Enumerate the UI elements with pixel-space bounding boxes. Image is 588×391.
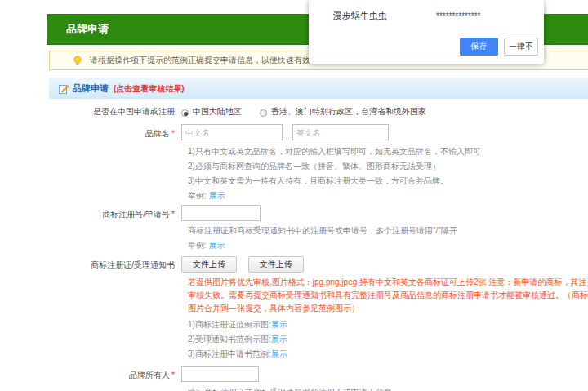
save-button[interactable]: 保存 xyxy=(460,38,498,56)
radio-unselected-icon[interactable] xyxy=(260,109,267,117)
brand-application-form: 是否在中国申请或注册 中国大陆地区 香港、澳门特别行政区，台湾省和境外国家 品牌… xyxy=(49,99,588,391)
page: 品牌申请 请根据操作项下提示的范例正确提交申请信息，以便快速有效的完成申请。速实… xyxy=(0,0,588,391)
region-row: 是否在中国申请或注册 中国大陆地区 香港、澳门特别行政区，台湾省和境外国家 xyxy=(49,105,588,118)
cert-example-link[interactable]: 展示 xyxy=(271,320,287,329)
save-password-popup: 漫步蜗牛虫虫 ************** 保存 一律不 xyxy=(309,0,544,64)
brand-name-row: 品牌名* xyxy=(49,124,588,140)
brand-name-example: 举例: 展示 xyxy=(188,189,588,203)
reg-number-label: 商标注册号/申请号* xyxy=(49,205,181,220)
brand-owner-label: 品牌所有人* xyxy=(49,366,181,381)
region-label: 是否在中国申请或注册 xyxy=(49,105,181,118)
warning-line: 图片合并到一张提交，具体内容参见范例图示） xyxy=(188,302,588,315)
bulb-icon xyxy=(73,56,82,66)
tip-line: 商标注册证和商标受理通知书中的注册号或申请号，多个注册号请用"/"隔开 xyxy=(188,224,588,238)
tip-line: 3)中文和英文需为一持有人持有，且商标注册大类一致，方可合并品牌。 xyxy=(188,174,588,189)
tip-line: 2)必须与商标网查询的品牌名一致（拼音、繁体、图形商标无法受理） xyxy=(188,159,588,174)
warning-line: 审核失败。需要再提交商标受理通知书和具有完整注册号及商品信息的商标注册申请书才能… xyxy=(188,289,588,302)
acceptance-example-link[interactable]: 展示 xyxy=(271,335,287,344)
cert-upload-label: 商标注册证/受理通知书 xyxy=(49,256,181,271)
section-header: 品牌申请 (点击查看审核结果) xyxy=(49,78,588,99)
reg-number-row: 商标注册号/申请号* xyxy=(49,205,588,221)
application-example-link[interactable]: 展示 xyxy=(271,349,287,358)
reg-number-input[interactable] xyxy=(181,205,261,221)
radio-selected-icon[interactable] xyxy=(181,109,189,117)
tip-line: 填写商标注册证或商标受理通知书的注册人或申请人信息 xyxy=(188,385,588,391)
reg-number-example: 举例: 展示 xyxy=(188,238,588,253)
radio-overseas-label: 香港、澳门特别行政区，台湾省和境外国家 xyxy=(271,106,426,118)
cert-upload-row: 商标注册证/受理通知书 文件上传 文件上传 xyxy=(49,256,588,273)
brand-name-en-input[interactable] xyxy=(292,124,389,140)
file-upload-button[interactable]: 文件上传 xyxy=(181,256,237,273)
brand-name-tips: 1)只有中文或英文品牌名，对应的输入框填写即可，如无英文品牌名，不输入即可 2)… xyxy=(188,144,588,203)
never-button[interactable]: 一律不 xyxy=(504,38,538,56)
section-title[interactable]: 品牌申请 xyxy=(73,82,109,95)
edit-icon xyxy=(59,84,69,94)
tip-line: 1)只有中文或英文品牌名，对应的输入框填写即可，如无英文品牌名，不输入即可 xyxy=(188,144,588,159)
popup-password-masked: ************** xyxy=(436,11,480,20)
radio-overseas[interactable]: 香港、澳门特别行政区，台湾省和境外国家 xyxy=(260,106,426,118)
warning-line: 若提供图片将优先审核,图片格式：jpg,png,jpeg 持有中文和英文各商标证… xyxy=(188,276,588,289)
radio-mainland-label: 中国大陆地区 xyxy=(193,106,242,118)
brand-owner-tips: 填写商标注册证或商标受理通知书的注册人或申请人信息 xyxy=(188,385,588,391)
required-asterisk: * xyxy=(172,371,175,380)
reg-number-tips: 商标注册证和商标受理通知书中的注册号或申请号，多个注册号请用"/"隔开 举例: … xyxy=(188,224,588,253)
brand-name-cn-input[interactable] xyxy=(181,124,283,140)
required-asterisk: * xyxy=(172,129,175,138)
upload-examples: 1)商标注册证范例示图:展示 2)受理通知书范例示图:展示 3)商标注册申请书范… xyxy=(188,318,588,362)
radio-mainland[interactable]: 中国大陆地区 xyxy=(181,106,242,118)
required-asterisk: * xyxy=(172,210,175,219)
upload-warning: 若提供图片将优先审核,图片格式：jpg,png,jpeg 持有中文和英文各商标证… xyxy=(188,276,588,315)
brand-owner-row: 品牌所有人* xyxy=(49,366,588,382)
example-line: 1)商标注册证范例示图:展示 xyxy=(188,318,588,332)
example-line: 2)受理通知书范例示图:展示 xyxy=(188,332,588,347)
reg-number-example-link[interactable]: 展示 xyxy=(209,241,225,250)
file-upload-button-2[interactable]: 文件上传 xyxy=(248,256,304,273)
example-line: 3)商标注册申请书范例:展示 xyxy=(188,347,588,362)
section-subtitle-link[interactable]: (点击查看审核结果) xyxy=(114,83,185,95)
brand-name-example-link[interactable]: 展示 xyxy=(209,191,225,200)
brand-name-label: 品牌名* xyxy=(49,124,181,140)
brand-owner-input[interactable] xyxy=(181,366,259,382)
popup-username: 漫步蜗牛虫虫 xyxy=(333,10,387,22)
